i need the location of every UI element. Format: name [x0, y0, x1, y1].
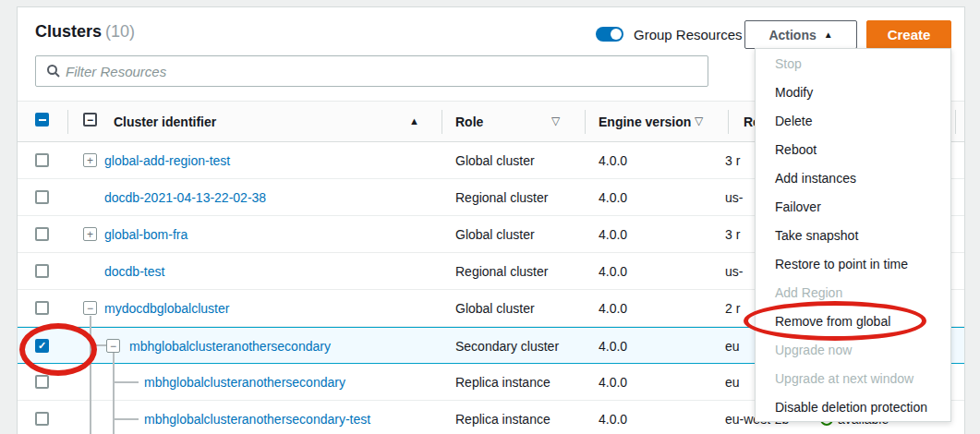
filter-box	[35, 55, 708, 87]
menu-item-modify[interactable]: Modify	[756, 78, 950, 106]
select-all-checkbox[interactable]	[35, 113, 49, 127]
column-divider	[67, 110, 68, 134]
selected-row-checkbox[interactable]	[35, 339, 49, 353]
tree-connector	[115, 381, 139, 383]
filter-resources-input[interactable]	[66, 56, 703, 86]
engine-version-cell: 4.0.0	[599, 339, 627, 354]
group-resources-label: Group Resources	[634, 27, 743, 42]
menu-item-add-region: Add Region	[756, 278, 950, 307]
region-cell: eu	[725, 375, 740, 390]
menu-item-add-instances[interactable]: Add instances	[756, 163, 950, 192]
search-icon	[46, 64, 61, 78]
cluster-identifier-link[interactable]: mydocdbglobalcluster	[104, 301, 229, 316]
role-cell: Replica instance	[455, 375, 550, 390]
role-cell: Secondary cluster	[455, 339, 559, 354]
column-divider	[442, 110, 442, 134]
column-divider	[955, 110, 956, 134]
tree-connector	[115, 418, 139, 420]
engine-version-cell: 4.0.0	[599, 227, 627, 242]
clusters-title-text: Clusters	[35, 22, 102, 41]
column-divider	[728, 110, 729, 134]
cluster-identifier-link[interactable]: global-bom-fra	[104, 227, 188, 242]
engine-version-cell: 4.0.0	[599, 301, 627, 316]
row-checkbox[interactable]	[35, 375, 49, 389]
cluster-identifier-link[interactable]: mbhglobalclusteranothersecondary	[129, 339, 331, 354]
role-cell: Regional cluster	[455, 190, 548, 205]
chevron-up-icon: ▲	[824, 30, 833, 40]
region-cell: 2 r	[725, 301, 740, 316]
region-cell: eu	[725, 339, 740, 354]
engine-version-cell: 4.0.0	[599, 412, 627, 427]
menu-item-disable-deletion-protection[interactable]: Disable deletion protection	[756, 392, 950, 421]
sort-down-icon[interactable]: ▽	[551, 115, 560, 127]
row-checkbox[interactable]	[35, 301, 49, 315]
menu-item-reboot[interactable]: Reboot	[756, 135, 950, 163]
region-cell: us-	[725, 264, 743, 279]
role-cell: Global cluster	[455, 227, 535, 242]
page-title: Clusters(10)	[35, 22, 135, 42]
menu-item-remove-from-global[interactable]: Remove from global	[756, 307, 950, 335]
region-cell: 3 r	[725, 153, 740, 168]
tree-connector	[90, 344, 106, 346]
sort-asc-icon[interactable]: ▲	[409, 115, 419, 127]
cluster-identifier-link[interactable]: docdb-2021-04-13-22-02-38	[104, 190, 266, 205]
actions-button-label: Actions	[768, 28, 816, 42]
row-checkbox[interactable]	[35, 190, 49, 204]
role-cell: Replica instance	[455, 412, 550, 427]
create-button[interactable]: Create	[866, 20, 951, 49]
engine-version-cell: 4.0.0	[599, 264, 627, 279]
engine-version-cell: 4.0.0	[599, 190, 627, 205]
toggle-knob-icon	[611, 29, 622, 40]
column-header-engine-version[interactable]: Engine version	[599, 115, 691, 129]
menu-item-upgrade-now: Upgrade now	[756, 335, 950, 364]
tree-connector	[113, 353, 115, 434]
column-divider	[585, 110, 586, 134]
sort-down-icon[interactable]: ▽	[695, 115, 703, 127]
group-resources-toggle[interactable]	[596, 27, 623, 42]
role-cell: Global cluster	[455, 153, 535, 168]
collapse-all-icon[interactable]: −	[83, 113, 97, 127]
region-cell: 3 r	[725, 227, 740, 242]
column-header-role[interactable]: Role	[455, 115, 483, 129]
menu-item-failover[interactable]: Failover	[756, 192, 950, 221]
menu-item-upgrade-at-next-window: Upgrade at next window	[756, 364, 950, 392]
collapse-icon[interactable]: −	[106, 339, 120, 353]
role-cell: Global cluster	[455, 301, 535, 316]
region-cell: us-	[725, 190, 743, 205]
cluster-identifier-link[interactable]: docdb-test	[104, 264, 164, 279]
engine-version-cell: 4.0.0	[599, 153, 627, 168]
actions-button[interactable]: Actions ▲	[744, 20, 857, 49]
menu-item-stop: Stop	[756, 49, 950, 78]
cluster-identifier-link[interactable]: mbhglobalclusteranothersecondary-test	[144, 412, 370, 427]
menu-item-restore-to-point-in-time[interactable]: Restore to point in time	[756, 249, 950, 278]
expand-icon[interactable]: +	[83, 153, 97, 167]
menu-item-delete[interactable]: Delete	[756, 106, 950, 135]
menu-item-take-snapshot[interactable]: Take snapshot	[756, 221, 950, 249]
row-checkbox[interactable]	[35, 153, 49, 167]
column-header-cluster-identifier[interactable]: Cluster identifier	[114, 115, 216, 129]
tree-connector	[90, 316, 91, 434]
row-checkbox[interactable]	[35, 412, 49, 426]
cluster-identifier-link[interactable]: global-add-region-test	[104, 153, 230, 168]
role-cell: Regional cluster	[455, 264, 548, 279]
create-button-label: Create	[888, 27, 931, 42]
collapse-icon[interactable]: −	[83, 301, 97, 315]
clusters-count: (10)	[105, 22, 135, 41]
row-checkbox[interactable]	[35, 227, 49, 241]
expand-icon[interactable]: +	[83, 227, 97, 241]
actions-dropdown-menu: StopModifyDeleteRebootAdd instancesFailo…	[755, 48, 951, 422]
engine-version-cell: 4.0.0	[599, 375, 627, 390]
row-checkbox[interactable]	[35, 264, 49, 278]
cluster-identifier-link[interactable]: mbhglobalclusteranothersecondary	[144, 375, 345, 390]
